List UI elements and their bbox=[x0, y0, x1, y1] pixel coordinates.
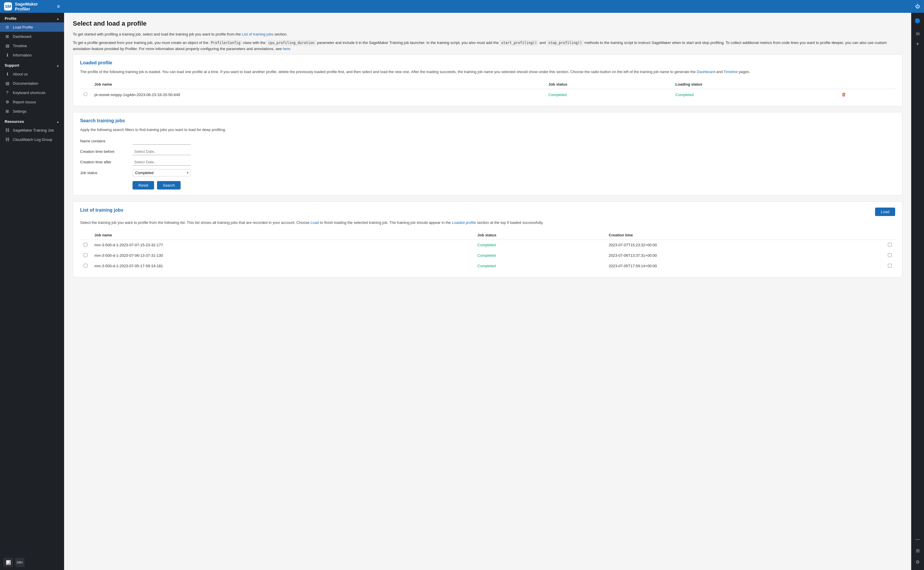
right-panel-grid-icon[interactable]: ⊞ bbox=[913, 545, 922, 556]
sidebar-item-load-profile[interactable]: ⊙ Load Profile bbox=[0, 22, 64, 32]
creation-before-row: Creation time before bbox=[80, 148, 895, 155]
job-checkbox-1[interactable] bbox=[84, 253, 87, 257]
creation-before-label: Creation time before bbox=[80, 149, 132, 154]
resources-section-header[interactable]: Resources ▲ bbox=[0, 116, 64, 126]
right-panel-bell-icon[interactable]: 🔵 bbox=[912, 16, 923, 26]
job-status-row: Job status All Completed InProgress Fail… bbox=[80, 169, 895, 176]
loaded-profile-link[interactable]: Loaded profile bbox=[452, 221, 476, 225]
job-select-0[interactable] bbox=[888, 243, 892, 247]
job-status-2: Completed bbox=[474, 261, 605, 271]
right-panel-gear-icon[interactable]: ⚙ bbox=[913, 557, 922, 567]
logo-area: SM SageMaker Profiler ≡ bbox=[0, 2, 64, 11]
main-content: Select and load a profile To get started… bbox=[64, 13, 911, 570]
dashboard-icon: ⊞ bbox=[5, 34, 10, 39]
job-name-2: mm-3-500-d-1-2023-07-05-17-59-14-181 bbox=[91, 261, 474, 271]
timeline-icon: ▤ bbox=[5, 43, 10, 48]
col-checkbox bbox=[884, 231, 895, 240]
job-checkbox-0[interactable] bbox=[84, 243, 87, 247]
hamburger-menu[interactable]: ≡ bbox=[57, 3, 60, 9]
right-panel-minus-icon[interactable]: — bbox=[913, 535, 922, 544]
about-icon: ℹ bbox=[5, 72, 10, 76]
col-loading-status: Loading status bbox=[672, 80, 838, 89]
job-name-1: mm-3-500-d-1-2023-07-06-13-37-31-130 bbox=[91, 250, 474, 261]
table-row: mm-3-500-d-1-2023-07-05-17-59-14-181 Com… bbox=[80, 261, 895, 271]
sidebar-item-keyboard-shortcuts[interactable]: ? Keyboard shortcuts bbox=[0, 88, 64, 97]
right-panel-plus-icon[interactable]: + bbox=[916, 41, 919, 48]
loaded-profile-card: Loaded profile The profile of the follow… bbox=[73, 54, 903, 106]
job-created-2: 2023-07-05T17:59:14+00:00 bbox=[605, 261, 884, 271]
sidebar-chart-icon[interactable]: 📊 bbox=[3, 558, 13, 567]
list-of-training-jobs-link[interactable]: List of training jobs bbox=[242, 32, 273, 37]
search-jobs-title: Search training jobs bbox=[80, 118, 895, 123]
table-row: mm-3-500-d-1-2023-07-06-13-37-31-130 Com… bbox=[80, 250, 895, 261]
job-radio[interactable] bbox=[84, 92, 87, 96]
name-contains-label: Name contains bbox=[80, 139, 132, 143]
profile-chevron-icon: ▲ bbox=[56, 17, 60, 20]
creation-before-input[interactable] bbox=[132, 148, 191, 155]
col-check bbox=[80, 231, 91, 240]
profile-section: Profile ▲ ⊙ Load Profile ⊞ Dashboard ▤ T… bbox=[0, 13, 64, 60]
delete-job-button[interactable]: 🗑 bbox=[841, 92, 846, 97]
sidebar-db-icon[interactable]: DB0 bbox=[15, 558, 25, 567]
creation-after-row: Creation time after bbox=[80, 159, 895, 165]
name-contains-input[interactable] bbox=[132, 138, 191, 145]
support-section-header[interactable]: Support ▲ bbox=[0, 60, 64, 69]
sagemaker-training-icon: ⛓ bbox=[5, 128, 10, 132]
intro-paragraph-2: To get a profile generated from your tra… bbox=[73, 40, 903, 52]
reset-button[interactable]: Reset bbox=[132, 181, 154, 190]
support-section: Support ▲ ℹ About us ▤ Documentation ? K… bbox=[0, 60, 64, 116]
sidebar-item-settings[interactable]: ⊞ Settings bbox=[0, 107, 64, 116]
app-title: SageMaker Profiler bbox=[15, 2, 53, 11]
sidebar-item-sagemaker-training[interactable]: ⛓ SageMaker Training Job bbox=[0, 126, 64, 135]
form-buttons: Reset Search bbox=[132, 181, 895, 190]
load-button[interactable]: Load bbox=[875, 208, 895, 216]
job-status-label: Job status bbox=[80, 171, 132, 175]
search-form: Name contains Creation time before Creat… bbox=[80, 138, 895, 190]
job-status-0: Completed bbox=[474, 240, 605, 250]
here-link[interactable]: here bbox=[283, 47, 290, 51]
job-select-2[interactable] bbox=[888, 264, 892, 268]
keyboard-icon: ? bbox=[5, 90, 10, 95]
profile-section-header[interactable]: Profile ▲ bbox=[0, 13, 64, 22]
load-profile-icon: ⊙ bbox=[5, 25, 10, 29]
information-icon: ℹ bbox=[5, 53, 10, 57]
dashboard-link[interactable]: Dashboard bbox=[697, 70, 715, 74]
sidebar-item-documentation[interactable]: ▤ Documentation bbox=[0, 78, 64, 88]
job-status-select[interactable]: All Completed InProgress Failed Stopped bbox=[132, 169, 191, 176]
sidebar-item-dashboard[interactable]: ⊞ Dashboard bbox=[0, 32, 64, 41]
sidebar-item-report-issues[interactable]: ⚙ Report issuus bbox=[0, 97, 64, 107]
loaded-job-name: pt-resnet-smppy-1xg4dn-2023-06-23-18-20-… bbox=[91, 89, 545, 100]
table-row: mm-3-500-d-1-2023-07-07-15-23-32-177 Com… bbox=[80, 240, 895, 250]
documentation-icon: ▤ bbox=[5, 81, 10, 86]
resources-chevron-icon: ▲ bbox=[56, 120, 60, 123]
power-button[interactable]: ⏻ bbox=[915, 4, 920, 9]
loaded-profile-title: Loaded profile bbox=[80, 60, 895, 66]
training-jobs-title: List of training jobs bbox=[80, 208, 123, 213]
right-panel-mail-icon[interactable]: ✉ bbox=[913, 29, 922, 39]
col-creation: Creation time bbox=[605, 231, 884, 240]
job-select-1[interactable] bbox=[888, 253, 892, 257]
loaded-job-status: Completed bbox=[545, 89, 672, 100]
job-checkbox-2[interactable] bbox=[84, 264, 87, 268]
loaded-profile-table: Job name Job status Loading status pt-re… bbox=[80, 80, 895, 100]
timeline-link[interactable]: Timeline bbox=[724, 70, 738, 74]
sidebar-item-timeline[interactable]: ▤ Timeline bbox=[0, 41, 64, 51]
creation-after-label: Creation time after bbox=[80, 160, 132, 164]
search-jobs-desc: Apply the following search filters to fi… bbox=[80, 127, 895, 133]
col-status: Job status bbox=[474, 231, 605, 240]
intro-paragraph-1: To get started with profiling a training… bbox=[73, 31, 903, 38]
sidebar-item-cloudwatch[interactable]: ⛓ CloudWatch Log Group bbox=[0, 135, 64, 144]
cloudwatch-icon: ⛓ bbox=[5, 137, 10, 142]
sidebar: Profile ▲ ⊙ Load Profile ⊞ Dashboard ▤ T… bbox=[0, 13, 64, 570]
search-button[interactable]: Search bbox=[157, 181, 181, 190]
job-created-0: 2023-07-07T15:23:32+00:00 bbox=[605, 240, 884, 250]
creation-after-input[interactable] bbox=[132, 159, 191, 165]
loaded-loading-status: Completed bbox=[672, 89, 838, 100]
right-panel: 🔵 ✉ + — ⊞ ⚙ bbox=[911, 0, 924, 570]
col-radio bbox=[80, 80, 91, 89]
topbar: SM SageMaker Profiler ≡ ⏻ bbox=[0, 0, 924, 13]
sidebar-item-about[interactable]: ℹ About us bbox=[0, 69, 64, 78]
load-link[interactable]: Load bbox=[310, 221, 319, 225]
sidebar-item-information[interactable]: ℹ Information bbox=[0, 51, 64, 60]
sidebar-bottom: 📊 DB0 bbox=[0, 555, 64, 570]
